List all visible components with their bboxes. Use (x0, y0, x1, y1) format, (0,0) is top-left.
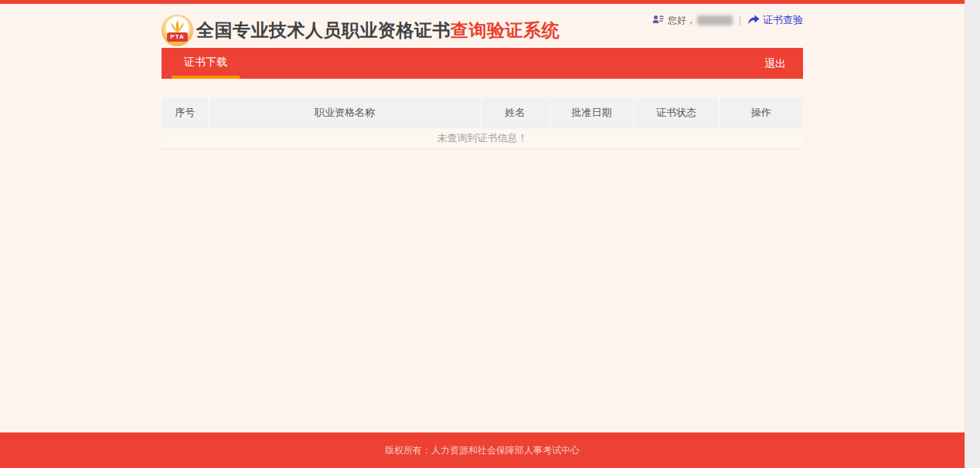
page-title: 全国专业技术人员职业资格证书查询验证系统 (196, 19, 560, 42)
header: PTA 全国专业技术人员职业资格证书查询验证系统 您好， (162, 4, 803, 48)
verify-link-label: 证书查验 (763, 13, 803, 27)
col-header-operation: 操作 (719, 98, 803, 127)
table-header-row: 序号 职业资格名称 姓名 批准日期 证书状态 操作 (162, 98, 803, 127)
forward-arrow-icon (747, 15, 760, 25)
logout-button[interactable]: 退出 (747, 48, 803, 79)
separator: | (739, 15, 741, 25)
certificate-verify-link[interactable]: 证书查验 (747, 13, 803, 27)
certificate-table-wrap: 序号 职业资格名称 姓名 批准日期 证书状态 操作 未查询到证书信息！ (162, 98, 803, 149)
tab-certificate-download[interactable]: 证书下载 (172, 48, 240, 79)
main-nav: 证书下载 退出 (162, 48, 803, 79)
brand: PTA 全国专业技术人员职业资格证书查询验证系统 (162, 15, 560, 46)
logo-pta-text: PTA (167, 32, 188, 42)
col-header-certificate-status: 证书状态 (634, 98, 719, 127)
col-header-qualification-name: 职业资格名称 (209, 98, 481, 127)
tab-label: 证书下载 (184, 56, 227, 68)
active-tab-underline (172, 76, 240, 79)
user-bar: 您好， | 证书查验 (652, 13, 803, 27)
username-redacted (697, 15, 733, 25)
col-header-approval-date: 批准日期 (550, 98, 634, 127)
pta-logo-icon: PTA (162, 15, 193, 46)
title-main: 全国专业技术人员职业资格证书 (196, 20, 451, 40)
title-accent: 查询验证系统 (451, 20, 560, 40)
certificate-table: 序号 职业资格名称 姓名 批准日期 证书状态 操作 未查询到证书信息！ (162, 98, 803, 149)
copyright-text: 版权所有：人力资源和社会保障部人事考试中心 (385, 445, 580, 456)
col-header-name: 姓名 (481, 98, 550, 127)
window-gutter (965, 0, 980, 468)
empty-state-message: 未查询到证书信息！ (162, 127, 803, 148)
greeting-text: 您好， (668, 14, 696, 27)
page: PTA 全国专业技术人员职业资格证书查询验证系统 您好， (0, 0, 965, 468)
col-header-index: 序号 (162, 98, 209, 127)
empty-state-row: 未查询到证书信息！ (162, 127, 803, 148)
footer: 版权所有：人力资源和社会保障部人事考试中心 (0, 432, 965, 468)
user-icon (652, 15, 664, 25)
